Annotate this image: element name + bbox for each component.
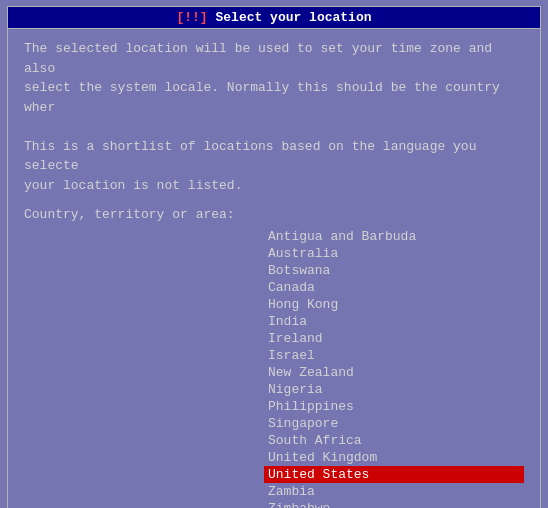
list-item[interactable]: Zimbabwe xyxy=(264,500,524,508)
list-item[interactable]: Antigua and Barbuda xyxy=(264,228,524,245)
list-item[interactable]: South Africa xyxy=(264,432,524,449)
list-item[interactable]: Canada xyxy=(264,279,524,296)
desc-line2: select the system locale. Normally this … xyxy=(24,78,524,117)
title-bar: [!!] Select your location xyxy=(8,7,540,29)
list-item[interactable]: United States xyxy=(264,466,524,483)
screen: [!!] Select your location The selected l… xyxy=(0,0,548,508)
list-item[interactable]: Zambia xyxy=(264,483,524,500)
list-item[interactable]: Botswana xyxy=(264,262,524,279)
list-item[interactable]: Ireland xyxy=(264,330,524,347)
list-item[interactable]: Hong Kong xyxy=(264,296,524,313)
dialog: [!!] Select your location The selected l… xyxy=(7,6,541,508)
title-prefix: [!!] xyxy=(176,10,207,25)
list-item[interactable]: United Kingdom xyxy=(264,449,524,466)
desc-line1: The selected location will be used to se… xyxy=(24,39,524,78)
description: The selected location will be used to se… xyxy=(24,39,524,195)
list-item[interactable]: Australia xyxy=(264,245,524,262)
list-item[interactable]: Philippines xyxy=(264,398,524,415)
country-list: Antigua and BarbudaAustraliaBotswanaCana… xyxy=(264,228,524,508)
list-item[interactable]: India xyxy=(264,313,524,330)
country-label: Country, territory or area: xyxy=(24,207,524,222)
desc-line4: This is a shortlist of locations based o… xyxy=(24,137,524,176)
desc-line5: your location is not listed. xyxy=(24,176,524,196)
list-item[interactable]: Singapore xyxy=(264,415,524,432)
list-container: Antigua and BarbudaAustraliaBotswanaCana… xyxy=(24,228,524,508)
list-item[interactable]: Nigeria xyxy=(264,381,524,398)
content: The selected location will be used to se… xyxy=(8,29,540,508)
list-item[interactable]: Israel xyxy=(264,347,524,364)
desc-line3 xyxy=(24,117,524,137)
list-item[interactable]: New Zealand xyxy=(264,364,524,381)
title-text: Select your location xyxy=(208,10,372,25)
